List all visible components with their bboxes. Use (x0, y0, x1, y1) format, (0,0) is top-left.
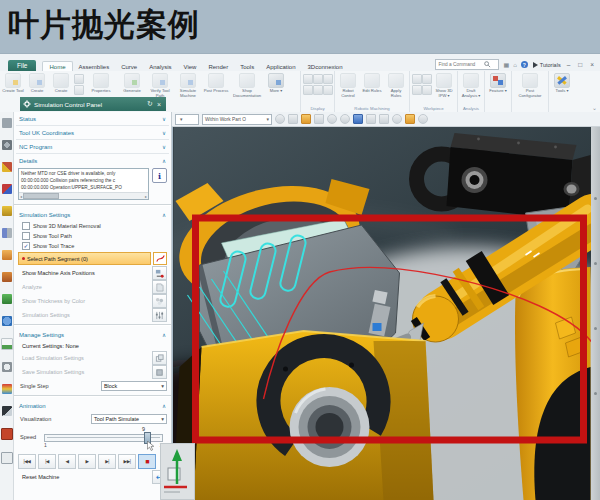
zoom-icon[interactable] (327, 114, 337, 124)
tools-button[interactable]: Tools (551, 73, 573, 94)
help-icon[interactable]: ? (521, 61, 528, 68)
thickness-color-button[interactable] (152, 294, 167, 308)
robot-control-button[interactable]: Robot Control (337, 73, 359, 99)
stop-button[interactable]: ■ (138, 454, 156, 469)
move-object-icon[interactable] (288, 114, 298, 124)
scroll-right-icon[interactable]: ▸ (144, 194, 148, 199)
go-to-end-button[interactable]: ▶▶| (118, 454, 136, 469)
robot-base-column[interactable] (515, 267, 591, 500)
details-log-box[interactable]: Neither MTD nor CSE driver is available,… (18, 168, 149, 200)
save-simulation-settings-row[interactable]: Save Simulation Settings (14, 365, 171, 379)
menu-orientation-icon[interactable] (301, 114, 311, 124)
wireframe-display-icon[interactable] (379, 114, 389, 124)
visualization-dropdown[interactable]: Tool Path Simulate (91, 414, 167, 424)
simulation-settings-button[interactable] (152, 308, 167, 322)
select-arrow-icon[interactable] (2, 406, 12, 416)
right-scrollbar-strip[interactable] (591, 127, 600, 500)
assembly-navigator-icon[interactable] (2, 118, 12, 128)
window-icon[interactable] (405, 114, 415, 124)
properties-button[interactable]: Properties (85, 73, 117, 94)
panel-refresh-icon[interactable]: ↻ (145, 100, 155, 108)
reset-machine-row[interactable]: Reset Machine ↵ (14, 470, 171, 484)
layers-icon[interactable] (2, 272, 12, 282)
workpiece-mini-buttons[interactable] (412, 73, 431, 95)
tutorials-link[interactable]: Tutorials (532, 62, 561, 68)
simulate-machine-button[interactable]: Simulate Machine (175, 73, 201, 99)
generate-button[interactable]: Generate (119, 73, 145, 94)
manual-book-icon[interactable] (1, 428, 13, 440)
viewport-3d[interactable] (173, 127, 591, 500)
edit-rules-button[interactable]: Edit Rules (361, 73, 383, 94)
step-back-button[interactable]: ◀ (58, 454, 76, 469)
play-forward-button[interactable]: ▶ (78, 454, 96, 469)
section-manage-settings[interactable]: Manage Settings∧ (14, 328, 171, 341)
shop-documentation-button[interactable]: Shop Documentation (231, 73, 263, 99)
post-configurator-button[interactable]: Post Configurator (514, 73, 546, 99)
operation-navigator-icon[interactable] (2, 228, 12, 238)
web-browser-icon[interactable] (2, 316, 12, 326)
panel-close-icon[interactable]: × (155, 101, 163, 108)
step-back-block-button[interactable]: |◀ (38, 454, 56, 469)
single-step-dropdown[interactable]: Block (101, 381, 167, 391)
show-machine-axis-positions-row[interactable]: Show Machine Axis Positions (14, 266, 171, 280)
checkbox-show-tool-trace[interactable]: ✓Show Tool Trace (14, 241, 171, 251)
create-operation-button[interactable]: Create (50, 73, 72, 94)
show-thickness-by-color-row[interactable]: Show Thickness by Color (14, 294, 171, 308)
selection-filter-dropdown[interactable] (175, 114, 199, 125)
chart-icon[interactable] (2, 294, 12, 304)
display-mini-buttons[interactable] (303, 73, 332, 95)
restore-button[interactable]: □ (576, 61, 584, 68)
selection-scope-dropdown[interactable]: Within Work Part O (202, 114, 272, 125)
part-navigator-icon[interactable] (2, 250, 12, 260)
analyze-row[interactable]: Analyze (14, 280, 171, 294)
section-simulation-settings[interactable]: Simulation Settings∧ (14, 208, 171, 221)
horizontal-scrollbar[interactable]: ◂ ▸ (19, 192, 148, 199)
section-details[interactable]: Details∧ (14, 154, 171, 167)
section-tool-uk-coordinates[interactable]: Tool UK Coordinates∨ (14, 126, 171, 139)
file-menu-button[interactable]: File (8, 60, 36, 71)
checkbox-show-3d-material-removal[interactable]: Show 3D Material Removal (14, 221, 171, 231)
settings-gear-icon[interactable] (2, 140, 12, 150)
go-to-start-button[interactable]: |◀◀ (18, 454, 36, 469)
command-search[interactable] (435, 59, 499, 70)
color-legend-icon[interactable] (2, 384, 12, 394)
scroll-thumb[interactable] (23, 193, 59, 199)
machine-axis-positions-button[interactable] (152, 266, 167, 280)
save-settings-button[interactable] (152, 365, 167, 379)
checkbox-checked-icon[interactable]: ✓ (22, 242, 30, 250)
notes-icon[interactable] (1, 452, 13, 464)
simulation-panel-header[interactable]: Simulation Control Panel ↻ × (20, 97, 166, 111)
fit-view-icon[interactable] (353, 114, 363, 124)
analyze-button[interactable] (152, 280, 167, 294)
more-button[interactable]: More (265, 73, 287, 94)
checkbox-show-tool-path[interactable]: Show Tool Path (14, 231, 171, 241)
create-geometry-button[interactable]: Create (26, 73, 48, 94)
home-icon[interactable]: ⌂ (513, 62, 517, 68)
step-forward-block-button[interactable]: ▶| (98, 454, 116, 469)
path-segment-curve-button[interactable] (153, 252, 167, 265)
load-simulation-settings-row[interactable]: Load Simulation Settings (14, 351, 171, 365)
rotate-view-icon[interactable] (340, 114, 350, 124)
post-process-button[interactable]: Post Process (203, 73, 229, 94)
ribbon-collapse-icon[interactable]: ⌄ (589, 104, 600, 112)
draft-analysis-button[interactable]: Draft Analysis (460, 73, 482, 99)
minimize-button[interactable]: – (565, 61, 573, 68)
section-status[interactable]: Status∨ (14, 112, 171, 125)
machine-navigator-icon[interactable] (2, 206, 12, 216)
section-nc-program[interactable]: NC Program∨ (14, 140, 171, 153)
refresh-view-icon[interactable] (392, 114, 402, 124)
feature-button[interactable]: Feature (487, 73, 509, 94)
globe-icon[interactable] (418, 114, 428, 124)
load-settings-button[interactable] (152, 351, 167, 365)
bearing-hub[interactable] (290, 387, 370, 467)
history-file-icon[interactable] (1, 338, 13, 350)
simulation-settings-row[interactable]: Simulation Settings (14, 308, 171, 322)
checkbox-icon[interactable] (22, 222, 30, 230)
section-animation[interactable]: Animation∧ (14, 399, 171, 412)
search-input[interactable] (438, 62, 484, 67)
create-tool-button[interactable]: Create Tool (2, 73, 24, 94)
operation-mini-buttons[interactable] (74, 73, 83, 95)
collision-pairs-icon[interactable] (2, 184, 12, 194)
verify-tool-path-button[interactable]: Verify Tool Path (147, 73, 173, 99)
snap-point-icon[interactable] (275, 114, 285, 124)
